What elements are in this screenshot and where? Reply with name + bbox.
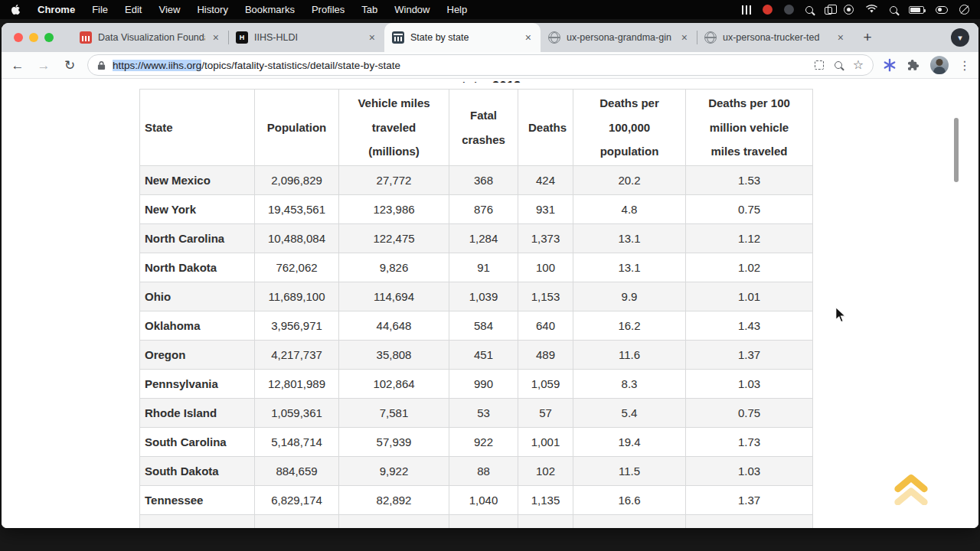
value-cell: 368 [449, 166, 518, 195]
browser-menu-icon[interactable]: ⋮ [959, 58, 971, 73]
value-cell [339, 515, 449, 529]
browser-window: Data Visualization Founda × IIHS-HLDI × … [2, 23, 978, 528]
tab-ux-persona-grandma-gin[interactable]: ux-persona-grandma-gin × [541, 23, 697, 52]
table-row: Rhode Island1,059,3617,58153575.40.75 [140, 399, 813, 428]
value-cell: 762,062 [255, 253, 339, 282]
menu-items: ChromeFileEditViewHistoryBookmarksProfil… [38, 4, 467, 15]
state-cell: South Dakota [140, 457, 255, 486]
value-cell: 0.75 [686, 195, 813, 224]
value-cell: 7,581 [339, 399, 449, 428]
value-cell: 20.2 [573, 166, 686, 195]
value-cell: 11,689,100 [255, 282, 339, 311]
value-cell: 82,892 [339, 486, 449, 515]
pinwheel-extension-icon[interactable] [883, 58, 897, 72]
menu-item-tab[interactable]: Tab [361, 4, 377, 15]
value-cell: 451 [449, 341, 518, 370]
control-center-icon[interactable] [936, 6, 948, 14]
menu-item-file[interactable]: File [92, 4, 108, 15]
reload-button[interactable]: ↻ [61, 59, 78, 72]
menu-item-chrome[interactable]: Chrome [38, 4, 75, 15]
tab-close-icon[interactable]: × [836, 31, 845, 44]
tab-ux-persona-trucker-ted[interactable]: ux-persona-trucker-ted × [697, 23, 853, 52]
clipped-caption: per state, 2019 [139, 79, 812, 83]
tab-close-icon[interactable]: × [368, 31, 377, 44]
value-cell: 102,864 [339, 370, 449, 399]
value-cell: 1,373 [518, 224, 573, 253]
value-cell: 114,694 [339, 282, 449, 311]
state-cell: Oklahoma [140, 311, 255, 341]
new-tab-button[interactable]: + [858, 28, 877, 47]
value-cell: 1,135 [518, 486, 573, 515]
menu-item-help[interactable]: Help [447, 4, 468, 15]
toolbar: ← → ↻ https://www.iihs.org/topics/fatali… [2, 52, 978, 79]
menu-item-view[interactable]: View [158, 4, 180, 15]
tab-search-button[interactable]: ▾ [951, 28, 969, 47]
zoom-window-button[interactable] [44, 33, 54, 42]
value-cell: 19,453,561 [255, 195, 339, 224]
value-cell: 1.01 [686, 282, 813, 311]
zoom-icon[interactable] [835, 61, 842, 69]
battery-icon[interactable] [909, 6, 924, 14]
tab-close-icon[interactable]: × [680, 31, 689, 44]
forward-button[interactable]: → [35, 59, 52, 72]
spotlight-icon[interactable] [890, 6, 897, 14]
copy-icon[interactable] [825, 7, 832, 15]
bookmark-star-icon[interactable]: ☆ [853, 59, 864, 71]
menu-item-edit[interactable]: Edit [125, 4, 142, 15]
tab-close-icon[interactable]: × [211, 31, 220, 44]
wifi-icon[interactable] [865, 4, 878, 16]
lock-icon [97, 60, 106, 70]
tab-strip: Data Visualization Founda × IIHS-HLDI × … [2, 23, 978, 52]
tab-state-by-state[interactable]: State by state × [384, 23, 541, 52]
menu-bar-status [742, 4, 969, 16]
value-cell: 990 [449, 370, 518, 399]
tab-favicon-icon [704, 31, 717, 44]
profile-avatar[interactable] [930, 56, 949, 74]
back-button[interactable]: ← [9, 59, 26, 72]
tab-close-icon[interactable]: × [524, 31, 533, 44]
tab-title: ux-persona-grandma-gin [567, 32, 674, 43]
magnifier-icon[interactable] [805, 6, 813, 14]
value-cell: 1.12 [686, 224, 813, 253]
back-to-top-button[interactable] [891, 467, 931, 508]
page-scrollbar-thumb[interactable] [954, 118, 959, 182]
extensions-puzzle-icon[interactable] [906, 58, 920, 72]
url-text[interactable]: https://www.iihs.org/topics/fatality-sta… [113, 60, 808, 71]
table-row: Pennsylvania12,801,989102,8649901,0598.3… [140, 370, 813, 399]
table-row-partial [140, 515, 813, 529]
close-window-button[interactable] [14, 33, 23, 42]
value-cell: 1,040 [449, 486, 518, 515]
value-cell: 4.8 [573, 195, 686, 224]
value-cell: 9,922 [339, 457, 449, 486]
menu-item-profiles[interactable]: Profiles [312, 4, 345, 15]
minimize-window-button[interactable] [29, 33, 38, 42]
screen-record-icon[interactable] [763, 5, 773, 15]
value-cell: 3,956,971 [255, 311, 339, 341]
record-circle-icon[interactable] [844, 5, 854, 15]
value-cell: 424 [518, 166, 573, 195]
value-cell: 489 [518, 341, 573, 370]
fatality-statistics-table: State Population Vehicle miles traveled … [139, 89, 813, 528]
value-cell: 102 [518, 457, 573, 486]
focus-icon[interactable] [959, 5, 969, 15]
tab-data-visualization-founda[interactable]: Data Visualization Founda × [72, 23, 228, 52]
value-cell: 44,648 [339, 311, 449, 341]
value-cell: 2,096,829 [255, 166, 339, 195]
window-tiles-icon[interactable] [742, 5, 751, 15]
value-cell: 1.02 [686, 253, 813, 282]
table-row: South Carolina5,148,71457,9399221,00119.… [140, 428, 813, 457]
value-cell: 13.1 [573, 253, 686, 282]
apple-menu-icon[interactable] [11, 4, 21, 15]
screenshot-icon[interactable] [815, 60, 824, 70]
value-cell: 91 [449, 253, 518, 282]
menu-bar-left: ChromeFileEditViewHistoryBookmarksProfil… [11, 4, 467, 15]
menu-item-history[interactable]: History [197, 4, 227, 15]
column-header-deaths-per-100k: Deaths per 100,000 population [573, 90, 686, 166]
value-cell: 922 [449, 428, 518, 457]
tab-favicon-icon [392, 31, 404, 44]
address-bar[interactable]: https://www.iihs.org/topics/fatality-sta… [87, 54, 874, 76]
tab-iihs-hldi[interactable]: IIHS-HLDI × [228, 23, 384, 52]
menu-item-bookmarks[interactable]: Bookmarks [245, 4, 295, 15]
menu-item-window[interactable]: Window [394, 4, 430, 15]
app-badge-icon[interactable] [784, 5, 794, 15]
